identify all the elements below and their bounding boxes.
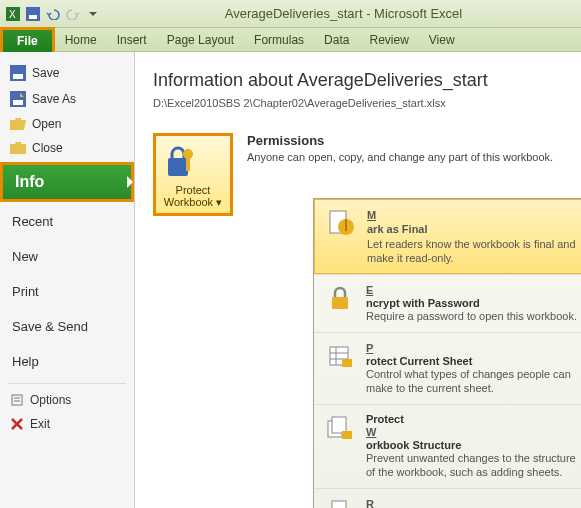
sidebar-label: Options bbox=[30, 393, 71, 407]
svg-rect-25 bbox=[332, 501, 346, 508]
protect-dropdown-menu: Mark as FinalLet readers know the workbo… bbox=[313, 198, 581, 508]
sidebar-label: Save & Send bbox=[12, 319, 88, 334]
tab-file[interactable]: File bbox=[0, 27, 55, 52]
sidebar-label: Save As bbox=[32, 92, 76, 106]
sidebar-save[interactable]: Save bbox=[0, 60, 134, 86]
window-title: AverageDeliveries_start - Microsoft Exce… bbox=[106, 6, 581, 21]
undo-icon[interactable] bbox=[44, 5, 62, 23]
menu-desc: Require a password to open this workbook… bbox=[366, 309, 577, 323]
permissions-desc: Anyone can open, copy, and change any pa… bbox=[247, 150, 553, 165]
info-heading: Information about AverageDeliveries_star… bbox=[153, 70, 569, 91]
lock-icon bbox=[324, 283, 356, 315]
sidebar-help[interactable]: Help bbox=[0, 344, 134, 379]
menu-title: Encrypt with Password bbox=[366, 283, 577, 309]
redo-icon[interactable] bbox=[64, 5, 82, 23]
sidebar-separator bbox=[8, 383, 126, 384]
svg-text:X: X bbox=[9, 9, 16, 20]
svg-rect-21 bbox=[342, 359, 352, 367]
protect-label-1: Protect bbox=[176, 184, 211, 196]
menu-desc: Let readers know the workbook is final a… bbox=[367, 237, 581, 266]
sidebar-label: Print bbox=[12, 284, 39, 299]
lock-key-icon bbox=[160, 144, 226, 180]
svg-rect-23 bbox=[332, 417, 346, 433]
quick-access-toolbar: X bbox=[0, 5, 106, 23]
sidebar-print[interactable]: Print bbox=[0, 274, 134, 309]
svg-rect-7 bbox=[13, 100, 23, 105]
backstage-main: Information about AverageDeliveries_star… bbox=[135, 52, 581, 508]
sheet-lock-icon bbox=[324, 341, 356, 373]
menu-protect-sheet[interactable]: Protect Current SheetControl what types … bbox=[314, 332, 581, 404]
svg-rect-16 bbox=[332, 297, 348, 309]
workbook-lock-icon bbox=[324, 413, 356, 445]
sidebar-label: Recent bbox=[12, 214, 53, 229]
tab-view[interactable]: View bbox=[419, 29, 465, 51]
sidebar-label: Open bbox=[32, 117, 61, 131]
menu-protect-structure[interactable]: Protect Workbook StructurePrevent unwant… bbox=[314, 404, 581, 488]
tab-formulas[interactable]: Formulas bbox=[244, 29, 314, 51]
menu-desc: Prevent unwanted changes to the structur… bbox=[366, 451, 581, 480]
menu-desc: Control what types of changes people can… bbox=[366, 367, 581, 396]
sidebar-new[interactable]: New bbox=[0, 239, 134, 274]
sidebar-info[interactable]: Info bbox=[0, 162, 134, 202]
svg-rect-24 bbox=[342, 431, 352, 439]
sidebar-recent[interactable]: Recent bbox=[0, 204, 134, 239]
sidebar-open[interactable]: Open bbox=[0, 112, 134, 136]
sidebar-close[interactable]: Close bbox=[0, 136, 134, 160]
svg-rect-11 bbox=[168, 158, 188, 176]
save-icon[interactable] bbox=[24, 5, 42, 23]
tab-review[interactable]: Review bbox=[359, 29, 418, 51]
sidebar-label: Help bbox=[12, 354, 39, 369]
restrict-icon bbox=[324, 497, 356, 508]
sidebar-label: New bbox=[12, 249, 38, 264]
sidebar-label: Info bbox=[15, 173, 44, 190]
menu-mark-as-final[interactable]: Mark as FinalLet readers know the workbo… bbox=[314, 199, 581, 274]
permissions-text: Permissions Anyone can open, copy, and c… bbox=[247, 133, 553, 165]
protect-workbook-button[interactable]: Protect Workbook ▾ bbox=[153, 133, 233, 216]
sidebar-label: Save bbox=[32, 66, 59, 80]
ribbon-tabs: File Home Insert Page Layout Formulas Da… bbox=[0, 28, 581, 52]
file-path: D:\Excel2010SBS 2\Chapter02\AverageDeliv… bbox=[153, 97, 569, 109]
dropdown-caret-icon: ▾ bbox=[216, 196, 222, 208]
menu-title: Restrict Permission by People bbox=[366, 497, 581, 508]
mark-final-icon bbox=[325, 208, 357, 240]
title-bar: X AverageDeliveries_start - Microsoft Ex… bbox=[0, 0, 581, 28]
menu-restrict-permission[interactable]: Restrict Permission by PeopleGrant peopl… bbox=[314, 488, 581, 508]
excel-app-icon[interactable]: X bbox=[4, 5, 22, 23]
sidebar-save-send[interactable]: Save & Send bbox=[0, 309, 134, 344]
sidebar-label: Exit bbox=[30, 417, 50, 431]
sidebar-label: Close bbox=[32, 141, 63, 155]
svg-rect-3 bbox=[29, 15, 37, 19]
menu-title: Mark as Final bbox=[367, 208, 581, 237]
tab-home[interactable]: Home bbox=[55, 29, 107, 51]
svg-rect-5 bbox=[13, 74, 23, 79]
svg-rect-13 bbox=[186, 157, 190, 171]
menu-encrypt-password[interactable]: Encrypt with PasswordRequire a password … bbox=[314, 274, 581, 332]
protect-label-2: Workbook bbox=[164, 196, 213, 208]
sidebar-exit[interactable]: Exit bbox=[0, 412, 134, 436]
menu-title: Protect Workbook Structure bbox=[366, 413, 581, 451]
qat-dropdown-icon[interactable] bbox=[84, 5, 102, 23]
backstage-sidebar: Save Save As Open Close Info Recent New … bbox=[0, 52, 135, 508]
backstage-view: Save Save As Open Close Info Recent New … bbox=[0, 52, 581, 508]
svg-rect-8 bbox=[12, 395, 22, 405]
tab-insert[interactable]: Insert bbox=[107, 29, 157, 51]
sidebar-save-as[interactable]: Save As bbox=[0, 86, 134, 112]
menu-title: Protect Current Sheet bbox=[366, 341, 581, 367]
tab-data[interactable]: Data bbox=[314, 29, 359, 51]
sidebar-options[interactable]: Options bbox=[0, 388, 134, 412]
tab-page-layout[interactable]: Page Layout bbox=[157, 29, 244, 51]
permissions-title: Permissions bbox=[247, 133, 553, 148]
